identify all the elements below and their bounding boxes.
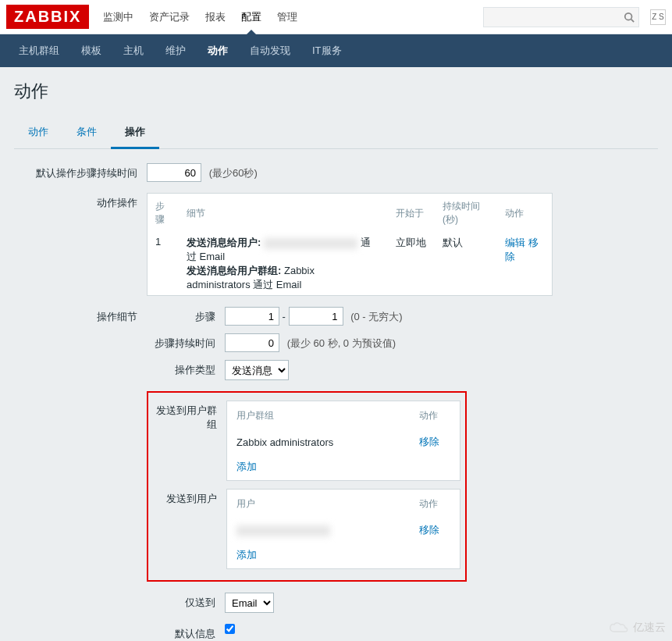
label-step-duration: 步骤持续时间 xyxy=(147,333,225,351)
tab-action[interactable]: 动作 xyxy=(14,117,62,148)
input-default-duration[interactable] xyxy=(147,163,201,182)
row-operation-details: 操作细节 步骤 - (0 - 无穷大) 步骤持续时间 (最少 60 秒, 0 为… xyxy=(14,307,658,641)
page: 动作 动作 条件 操作 默认操作步骤持续时间 (最少60秒) 动作操作 步骤 细… xyxy=(0,67,672,641)
col-steps: 步骤 xyxy=(148,194,179,233)
subnav-actions[interactable]: 动作 xyxy=(197,34,239,67)
groups-remove-link[interactable]: 移除 xyxy=(419,436,439,447)
label-operation-details: 操作细节 xyxy=(14,307,147,324)
search-icon[interactable] xyxy=(620,8,638,27)
cell-details: 发送消息给用户: 通过 Email 发送消息给用户群组: Zabbix admi… xyxy=(179,233,388,295)
share-badge[interactable]: Z S xyxy=(650,9,666,25)
label-action-operation: 动作操作 xyxy=(14,193,147,210)
input-step-duration[interactable] xyxy=(225,333,279,352)
topnav-config[interactable]: 配置 xyxy=(241,1,261,34)
table-row: 1 发送消息给用户: 通过 Email 发送消息给用户群组: Zabbix ad… xyxy=(148,233,552,295)
subnav-maintenance[interactable]: 维护 xyxy=(155,34,197,67)
watermark: 亿速云 xyxy=(608,621,666,635)
redacted-user-row xyxy=(236,525,330,536)
cell-start: 立即地 xyxy=(388,233,435,295)
search-box xyxy=(483,7,639,27)
col-details: 细节 xyxy=(179,194,388,233)
users-table: 用户 动作 移除 添加 xyxy=(226,489,460,569)
logo[interactable]: ZABBIX xyxy=(6,5,89,29)
cloud-icon xyxy=(608,621,630,635)
users-col1: 用户 xyxy=(229,491,410,517)
label-steps: 步骤 xyxy=(147,307,225,324)
hint-step-duration: (最少 60 秒, 0 为预设值) xyxy=(287,337,396,349)
tab-condition[interactable]: 条件 xyxy=(62,117,111,148)
topnav: 监测中 资产记录 报表 配置 管理 xyxy=(103,1,483,34)
row-action-operation: 动作操作 步骤 细节 开始于 持续时间(秒) 动作 1 发送消息给用户: 通过 … xyxy=(14,193,658,296)
users-remove-link[interactable]: 移除 xyxy=(419,524,439,536)
row-default-duration: 默认操作步骤持续时间 (最少60秒) xyxy=(14,163,658,182)
select-operation-type[interactable]: 发送消息 xyxy=(225,360,289,380)
subnav-hosts[interactable]: 主机 xyxy=(112,34,155,67)
label-send-users: 发送到用户 xyxy=(153,489,226,506)
groups-table: 用户群组 动作 Zabbix administrators 移除 添加 xyxy=(226,401,460,481)
groups-row1: Zabbix administrators xyxy=(229,430,410,454)
topnav-monitor[interactable]: 监测中 xyxy=(103,1,133,34)
tabs: 动作 条件 操作 xyxy=(14,117,658,149)
checkbox-default-msg[interactable] xyxy=(225,624,235,634)
subnav: 主机群组 模板 主机 维护 动作 自动发现 IT服务 xyxy=(0,34,672,67)
label-only-to: 仅送到 xyxy=(147,593,225,610)
input-step-from[interactable] xyxy=(225,307,279,326)
users-col2: 动作 xyxy=(411,491,458,517)
redacted-user xyxy=(264,238,357,249)
groups-col1: 用户群组 xyxy=(229,403,410,429)
label-operation-type: 操作类型 xyxy=(147,360,225,377)
label-default-msg: 默认信息 xyxy=(147,624,225,641)
col-start: 开始于 xyxy=(388,194,435,233)
table-row: Zabbix administrators 移除 xyxy=(229,430,458,454)
table-row: 移除 xyxy=(229,518,458,542)
groups-add-link[interactable]: 添加 xyxy=(236,461,257,472)
page-title: 动作 xyxy=(14,80,658,103)
tab-operation[interactable]: 操作 xyxy=(111,117,159,149)
topnav-admin[interactable]: 管理 xyxy=(277,1,297,34)
topbar: ZABBIX 监测中 资产记录 报表 配置 管理 Z S xyxy=(0,0,672,34)
select-only-to[interactable]: Email xyxy=(225,593,274,613)
topnav-reports[interactable]: 报表 xyxy=(205,1,226,34)
op-edit-link[interactable]: 编辑 xyxy=(505,237,525,248)
operation-table: 步骤 细节 开始于 持续时间(秒) 动作 1 发送消息给用户: 通过 Email… xyxy=(147,193,553,296)
col-duration: 持续时间(秒) xyxy=(435,194,497,233)
cell-step: 1 xyxy=(148,233,179,295)
input-step-to[interactable] xyxy=(289,307,343,326)
subnav-templates[interactable]: 模板 xyxy=(70,34,112,67)
col-action: 动作 xyxy=(497,194,552,233)
subnav-itservices[interactable]: IT服务 xyxy=(301,34,353,67)
groups-col2: 动作 xyxy=(411,403,458,429)
label-default-duration: 默认操作步骤持续时间 xyxy=(14,163,147,180)
topnav-inventory[interactable]: 资产记录 xyxy=(149,1,190,34)
svg-line-1 xyxy=(631,19,635,22)
search-input[interactable] xyxy=(484,12,620,23)
users-add-link[interactable]: 添加 xyxy=(236,549,257,561)
label-send-groups: 发送到用户群组 xyxy=(153,401,226,432)
hint-steps: (0 - 无穷大) xyxy=(350,311,402,322)
highlight-box: 发送到用户群组 用户群组 动作 Zabbix administrators 移除 xyxy=(147,391,467,582)
subnav-hostgroups[interactable]: 主机群组 xyxy=(8,34,70,67)
svg-point-0 xyxy=(625,12,632,20)
hint-default-duration: (最少60秒) xyxy=(209,167,258,179)
cell-actions: 编辑 移除 xyxy=(497,233,552,295)
subnav-discovery[interactable]: 自动发现 xyxy=(239,34,301,67)
cell-duration: 默认 xyxy=(435,233,497,295)
